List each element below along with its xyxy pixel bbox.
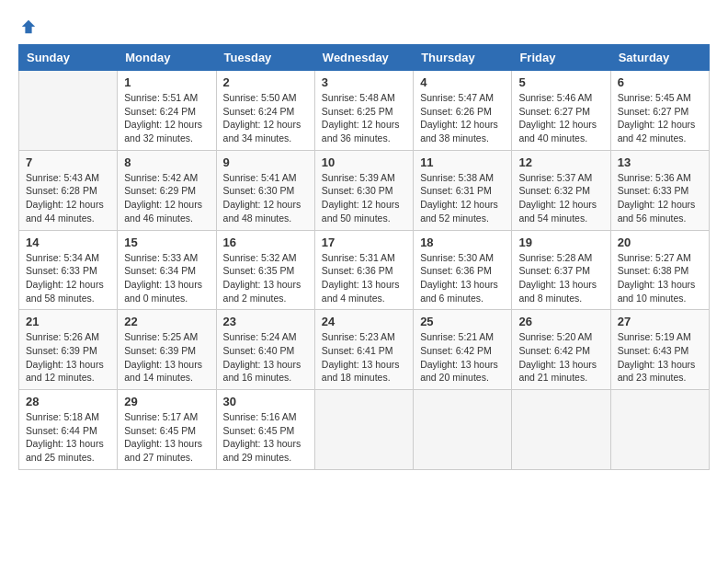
- day-info: Sunrise: 5:39 AM Sunset: 6:30 PM Dayligh…: [322, 171, 406, 225]
- calendar-cell: 21Sunrise: 5:26 AM Sunset: 6:39 PM Dayli…: [19, 310, 118, 390]
- day-number: 12: [518, 155, 603, 169]
- calendar-cell: 14Sunrise: 5:34 AM Sunset: 6:33 PM Dayli…: [19, 230, 118, 310]
- day-info: Sunrise: 5:32 AM Sunset: 6:35 PM Dayligh…: [223, 251, 308, 305]
- day-info: Sunrise: 5:21 AM Sunset: 6:42 PM Dayligh…: [420, 330, 505, 385]
- calendar-cell: [512, 390, 610, 470]
- day-number: 20: [618, 236, 702, 249]
- calendar-cell: 4Sunrise: 5:47 AM Sunset: 6:26 PM Daylig…: [414, 71, 512, 151]
- day-number: 15: [124, 236, 209, 249]
- calendar-cell: 13Sunrise: 5:36 AM Sunset: 6:33 PM Dayli…: [610, 150, 709, 230]
- day-number: 5: [518, 75, 603, 89]
- logo: [18, 18, 37, 35]
- calendar-cell: 30Sunrise: 5:16 AM Sunset: 6:45 PM Dayli…: [216, 390, 314, 470]
- day-info: Sunrise: 5:20 AM Sunset: 6:42 PM Dayligh…: [518, 330, 603, 385]
- day-info: Sunrise: 5:36 AM Sunset: 6:33 PM Dayligh…: [618, 171, 702, 225]
- calendar-cell: 7Sunrise: 5:43 AM Sunset: 6:28 PM Daylig…: [19, 150, 118, 230]
- weekday-header: Thursday: [414, 45, 512, 71]
- day-info: Sunrise: 5:50 AM Sunset: 6:24 PM Dayligh…: [223, 91, 308, 145]
- day-number: 27: [618, 315, 702, 328]
- day-number: 1: [124, 75, 209, 89]
- calendar-cell: 15Sunrise: 5:33 AM Sunset: 6:34 PM Dayli…: [118, 230, 216, 310]
- calendar-cell: [314, 390, 413, 470]
- calendar-cell: [414, 390, 512, 470]
- day-info: Sunrise: 5:16 AM Sunset: 6:45 PM Dayligh…: [223, 410, 308, 465]
- day-number: 18: [420, 236, 505, 249]
- day-number: 9: [223, 155, 308, 169]
- day-number: 2: [223, 75, 308, 89]
- calendar-cell: 10Sunrise: 5:39 AM Sunset: 6:30 PM Dayli…: [314, 150, 413, 230]
- calendar-week-row: 14Sunrise: 5:34 AM Sunset: 6:33 PM Dayli…: [19, 230, 710, 310]
- day-info: Sunrise: 5:33 AM Sunset: 6:34 PM Dayligh…: [124, 251, 209, 305]
- day-number: 26: [518, 315, 603, 328]
- calendar-cell: 16Sunrise: 5:32 AM Sunset: 6:35 PM Dayli…: [216, 230, 314, 310]
- calendar-cell: [19, 71, 118, 151]
- weekday-header: Saturday: [610, 45, 709, 71]
- day-number: 6: [618, 75, 702, 89]
- day-number: 25: [420, 315, 505, 328]
- calendar-cell: 1Sunrise: 5:51 AM Sunset: 6:24 PM Daylig…: [118, 71, 216, 151]
- day-number: 8: [124, 155, 209, 169]
- calendar-cell: 6Sunrise: 5:45 AM Sunset: 6:27 PM Daylig…: [610, 71, 709, 151]
- calendar-header-row: SundayMondayTuesdayWednesdayThursdayFrid…: [19, 45, 710, 71]
- day-number: 23: [223, 315, 308, 328]
- day-number: 21: [26, 315, 110, 328]
- calendar-cell: 11Sunrise: 5:38 AM Sunset: 6:31 PM Dayli…: [414, 150, 512, 230]
- day-number: 17: [322, 236, 406, 249]
- calendar-cell: 19Sunrise: 5:28 AM Sunset: 6:37 PM Dayli…: [512, 230, 610, 310]
- calendar: SundayMondayTuesdayWednesdayThursdayFrid…: [18, 44, 710, 470]
- day-number: 4: [420, 75, 505, 89]
- day-info: Sunrise: 5:37 AM Sunset: 6:32 PM Dayligh…: [518, 171, 603, 225]
- day-info: Sunrise: 5:18 AM Sunset: 6:44 PM Dayligh…: [26, 410, 110, 465]
- day-number: 19: [518, 236, 603, 249]
- day-info: Sunrise: 5:42 AM Sunset: 6:29 PM Dayligh…: [124, 171, 209, 225]
- day-number: 29: [124, 395, 209, 408]
- day-number: 3: [322, 75, 406, 89]
- calendar-week-row: 28Sunrise: 5:18 AM Sunset: 6:44 PM Dayli…: [19, 390, 710, 470]
- day-info: Sunrise: 5:23 AM Sunset: 6:41 PM Dayligh…: [322, 330, 406, 385]
- day-info: Sunrise: 5:28 AM Sunset: 6:37 PM Dayligh…: [518, 251, 603, 305]
- calendar-body: 1Sunrise: 5:51 AM Sunset: 6:24 PM Daylig…: [19, 71, 710, 470]
- weekday-header: Monday: [118, 45, 216, 71]
- page-header: [18, 18, 710, 35]
- calendar-cell: [610, 390, 709, 470]
- day-info: Sunrise: 5:41 AM Sunset: 6:30 PM Dayligh…: [223, 171, 308, 225]
- day-number: 13: [618, 155, 702, 169]
- calendar-cell: 24Sunrise: 5:23 AM Sunset: 6:41 PM Dayli…: [314, 310, 413, 390]
- day-number: 30: [223, 395, 308, 408]
- day-info: Sunrise: 5:34 AM Sunset: 6:33 PM Dayligh…: [26, 251, 110, 305]
- calendar-cell: 3Sunrise: 5:48 AM Sunset: 6:25 PM Daylig…: [314, 71, 413, 151]
- calendar-cell: 12Sunrise: 5:37 AM Sunset: 6:32 PM Dayli…: [512, 150, 610, 230]
- day-info: Sunrise: 5:31 AM Sunset: 6:36 PM Dayligh…: [322, 251, 406, 305]
- day-info: Sunrise: 5:25 AM Sunset: 6:39 PM Dayligh…: [124, 330, 209, 385]
- day-info: Sunrise: 5:46 AM Sunset: 6:27 PM Dayligh…: [518, 91, 603, 145]
- weekday-header: Friday: [512, 45, 610, 71]
- day-info: Sunrise: 5:26 AM Sunset: 6:39 PM Dayligh…: [26, 330, 110, 385]
- day-info: Sunrise: 5:30 AM Sunset: 6:36 PM Dayligh…: [420, 251, 505, 305]
- calendar-cell: 23Sunrise: 5:24 AM Sunset: 6:40 PM Dayli…: [216, 310, 314, 390]
- calendar-cell: 28Sunrise: 5:18 AM Sunset: 6:44 PM Dayli…: [19, 390, 118, 470]
- day-info: Sunrise: 5:19 AM Sunset: 6:43 PM Dayligh…: [618, 330, 702, 385]
- calendar-cell: 26Sunrise: 5:20 AM Sunset: 6:42 PM Dayli…: [512, 310, 610, 390]
- day-info: Sunrise: 5:17 AM Sunset: 6:45 PM Dayligh…: [124, 410, 209, 465]
- calendar-cell: 5Sunrise: 5:46 AM Sunset: 6:27 PM Daylig…: [512, 71, 610, 151]
- day-number: 24: [322, 315, 406, 328]
- day-info: Sunrise: 5:51 AM Sunset: 6:24 PM Dayligh…: [124, 91, 209, 145]
- calendar-cell: 18Sunrise: 5:30 AM Sunset: 6:36 PM Dayli…: [414, 230, 512, 310]
- calendar-cell: 29Sunrise: 5:17 AM Sunset: 6:45 PM Dayli…: [118, 390, 216, 470]
- calendar-week-row: 21Sunrise: 5:26 AM Sunset: 6:39 PM Dayli…: [19, 310, 710, 390]
- calendar-week-row: 1Sunrise: 5:51 AM Sunset: 6:24 PM Daylig…: [19, 71, 710, 151]
- day-number: 28: [26, 395, 110, 408]
- calendar-cell: 17Sunrise: 5:31 AM Sunset: 6:36 PM Dayli…: [314, 230, 413, 310]
- calendar-cell: 27Sunrise: 5:19 AM Sunset: 6:43 PM Dayli…: [610, 310, 709, 390]
- calendar-cell: 20Sunrise: 5:27 AM Sunset: 6:38 PM Dayli…: [610, 230, 709, 310]
- day-number: 11: [420, 155, 505, 169]
- weekday-header: Wednesday: [314, 45, 413, 71]
- calendar-week-row: 7Sunrise: 5:43 AM Sunset: 6:28 PM Daylig…: [19, 150, 710, 230]
- calendar-cell: 25Sunrise: 5:21 AM Sunset: 6:42 PM Dayli…: [414, 310, 512, 390]
- day-info: Sunrise: 5:24 AM Sunset: 6:40 PM Dayligh…: [223, 330, 308, 385]
- weekday-header: Tuesday: [216, 45, 314, 71]
- calendar-cell: 9Sunrise: 5:41 AM Sunset: 6:30 PM Daylig…: [216, 150, 314, 230]
- svg-marker-0: [22, 20, 35, 33]
- day-number: 10: [322, 155, 406, 169]
- calendar-cell: 22Sunrise: 5:25 AM Sunset: 6:39 PM Dayli…: [118, 310, 216, 390]
